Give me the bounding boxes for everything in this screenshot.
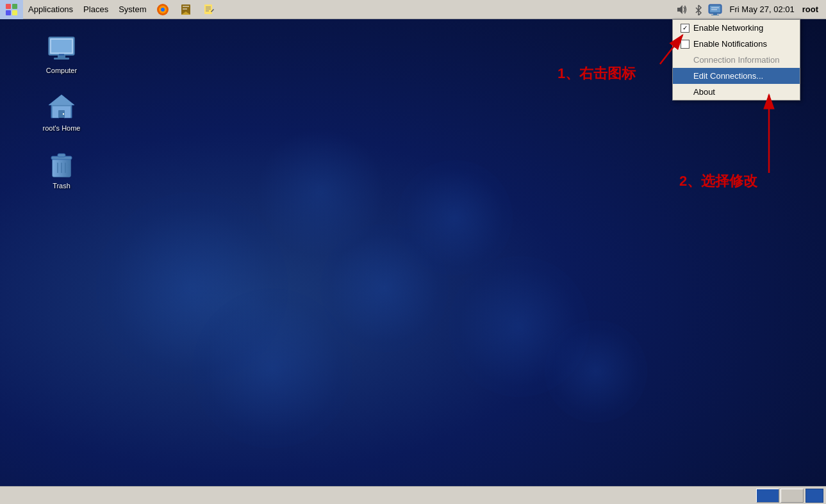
annotation-right-click: 1、右击图标 [558, 64, 636, 83]
notes-icon[interactable] [197, 0, 220, 19]
menu-item-about[interactable]: About [673, 84, 800, 100]
workspace-1-button[interactable] [756, 489, 779, 503]
svg-rect-38 [58, 154, 65, 157]
trash-icon[interactable]: Trash [36, 146, 87, 192]
computer-icon[interactable]: Computer [36, 31, 87, 77]
svg-point-34 [63, 113, 64, 115]
computer-icon-image [46, 33, 77, 64]
desktop: Applications Places System [0, 0, 826, 504]
svg-marker-32 [49, 95, 74, 105]
bookmarks-icon[interactable] [174, 0, 197, 19]
svg-rect-10 [183, 8, 187, 10]
svg-rect-1 [12, 4, 17, 9]
svg-rect-3 [12, 10, 17, 15]
enable-networking-checkbox[interactable]: ✓ [681, 24, 690, 33]
system-menu[interactable]: System [113, 0, 151, 19]
clock: Fri May 27, 02:01 [725, 4, 800, 14]
svg-rect-2 [6, 10, 11, 15]
workspace-2-button[interactable] [781, 489, 804, 503]
workspace-switcher [756, 489, 804, 503]
home-icon[interactable]: root's Home [36, 88, 87, 134]
svg-point-6 [161, 8, 165, 12]
firefox-icon[interactable] [151, 0, 174, 19]
context-menu: ✓ Enable Networking Enable Notifications… [672, 19, 800, 101]
menu-item-enable-notifications[interactable]: Enable Notifications [673, 36, 800, 52]
svg-rect-0 [6, 4, 11, 9]
bluetooth-tray-icon[interactable] [691, 3, 706, 17]
trash-label: Trash [53, 182, 70, 190]
home-label: root's Home [43, 124, 81, 132]
applications-icon [5, 3, 18, 16]
window-list-button[interactable] [805, 489, 823, 503]
applications-menu[interactable]: Applications [23, 0, 78, 19]
places-menu[interactable]: Places [78, 0, 113, 19]
annotation-select-modify: 2、选择修改 [679, 172, 757, 191]
svg-rect-28 [59, 54, 64, 56]
svg-rect-20 [711, 15, 719, 15]
taskbar: Applications Places System [0, 0, 826, 19]
menu-item-connection-information: Connection Information [673, 52, 800, 68]
network-tray-icon[interactable] [708, 3, 722, 17]
bottom-taskbar [0, 486, 826, 504]
svg-marker-16 [677, 5, 682, 14]
svg-rect-18 [710, 6, 720, 12]
enable-notifications-checkbox[interactable] [681, 40, 690, 49]
menu-item-edit-connections[interactable]: Edit Connections... [673, 68, 800, 84]
taskbar-left: Applications Places System [0, 0, 675, 19]
trash-icon-image [46, 149, 77, 179]
applications-icon-area [0, 0, 23, 19]
svg-rect-27 [54, 58, 69, 60]
svg-rect-19 [713, 13, 717, 15]
svg-rect-9 [183, 6, 189, 7]
volume-tray-icon[interactable] [675, 3, 689, 17]
svg-rect-25 [51, 40, 72, 53]
computer-label: Computer [46, 67, 77, 74]
home-icon-image [46, 91, 77, 122]
menu-item-enable-networking[interactable]: ✓ Enable Networking [673, 20, 800, 36]
taskbar-right: Fri May 27, 02:01 root [675, 3, 826, 17]
user-label: root [802, 4, 821, 14]
